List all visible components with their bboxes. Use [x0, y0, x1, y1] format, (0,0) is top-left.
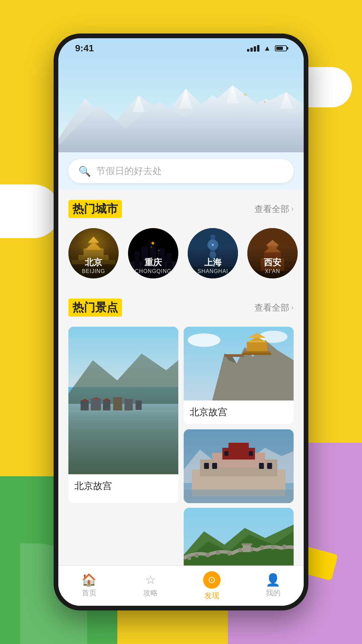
nav-label-guide: 攻略: [143, 588, 158, 598]
svg-rect-67: [249, 341, 265, 342]
attraction-name-palace: 北京故宫: [184, 400, 294, 424]
svg-rect-50: [80, 400, 88, 411]
svg-rect-59: [68, 411, 178, 411]
city-item-shanghai[interactable]: 上海 SHANGHAI: [188, 228, 238, 278]
svg-rect-82: [267, 463, 272, 469]
svg-rect-55: [135, 400, 141, 410]
nav-label-home: 首页: [82, 588, 97, 598]
app-content: ✦ ✦ ✦ 🔍 节假日的好去处 热门城市 查看全部: [58, 58, 304, 606]
svg-rect-98: [283, 545, 286, 549]
cities-scroll[interactable]: 北京 BEIJING: [58, 225, 304, 288]
city-item-xian[interactable]: 西安 XI'AN: [247, 228, 298, 278]
city-circle-beijing: 北京 BEIJING: [68, 228, 119, 278]
palace-svg: [184, 327, 294, 400]
svg-rect-70: [243, 353, 271, 355]
wall-svg: [184, 508, 294, 566]
attraction-img-tibet: [184, 429, 294, 503]
city-label-wrap-beijing: 北京 BEIJING: [68, 247, 119, 278]
svg-rect-85: [184, 490, 294, 503]
city-circle-shanghai: 上海 SHANGHAI: [188, 228, 238, 278]
svg-text:✦: ✦: [243, 92, 248, 98]
svg-point-61: [188, 333, 220, 347]
city-circle-chongqing: 重庆 CHONGQING: [128, 228, 178, 278]
nav-item-guide[interactable]: ☆ 攻略: [130, 574, 171, 598]
svg-rect-52: [103, 400, 110, 411]
attractions-grid: 北京故宫: [58, 323, 304, 513]
wifi-icon: ▲: [263, 44, 271, 53]
section-title-wrap: 热门城市: [68, 200, 122, 218]
tibet-svg: [184, 429, 294, 503]
hot-attractions-view-all[interactable]: 查看全部 ›: [254, 302, 294, 314]
discover-active-dot: ⊙: [203, 571, 221, 589]
svg-rect-91: [206, 553, 209, 557]
status-icons: ▲: [247, 44, 287, 53]
city-item-beijing[interactable]: 北京 BEIJING: [68, 228, 119, 278]
svg-rect-71: [224, 354, 244, 357]
svg-marker-58: [103, 398, 110, 400]
attraction-name-lake: 北京故宫: [68, 474, 178, 498]
city-label-wrap-shanghai: 上海 SHANGHAI: [188, 247, 238, 278]
guide-icon: ☆: [145, 574, 156, 586]
attraction-card-palace[interactable]: 北京故宫: [184, 327, 294, 424]
city-label-wrap-chongqing: 重庆 CHONGQING: [128, 247, 178, 278]
hot-cities-view-all[interactable]: 查看全部 ›: [254, 203, 294, 215]
chevron-right-icon: ›: [291, 205, 294, 213]
status-time: 9:41: [75, 43, 94, 54]
attractions-title-wrap: 热门景点: [68, 299, 122, 317]
svg-rect-94: [239, 548, 242, 552]
svg-rect-54: [125, 399, 133, 411]
bottom-nav: 🏠 首页 ☆ 攻略 ⊙ 发现 👤 我的: [58, 566, 304, 606]
hot-attractions-title: 热门景点: [68, 299, 122, 317]
nav-item-discover[interactable]: ⊙ 发现: [192, 571, 232, 601]
svg-rect-49: [68, 404, 178, 474]
attraction-img-lake: [68, 327, 178, 474]
svg-point-25: [152, 242, 154, 245]
phone-frame: 9:41 ▲: [54, 34, 308, 610]
mine-icon: 👤: [265, 574, 281, 586]
svg-rect-93: [228, 551, 231, 555]
discover-icon: ⊙: [208, 575, 216, 585]
search-bar[interactable]: 🔍 节假日的好去处: [68, 159, 294, 183]
hot-cities-title: 热门城市: [68, 200, 122, 218]
svg-rect-79: [204, 463, 209, 469]
svg-text:✦: ✦: [219, 88, 223, 93]
svg-point-33: [212, 244, 214, 246]
svg-rect-90: [195, 553, 198, 557]
svg-text:✦: ✦: [263, 99, 267, 105]
svg-rect-84: [249, 451, 253, 456]
svg-rect-100: [242, 543, 252, 545]
attraction-card-tibet[interactable]: [184, 429, 294, 503]
svg-rect-78: [229, 443, 249, 451]
svg-marker-57: [91, 397, 102, 399]
mountain-svg: ✦ ✦ ✦: [58, 78, 304, 152]
search-bar-wrap: 🔍 节假日的好去处: [58, 152, 304, 190]
battery-icon: [275, 45, 287, 51]
svg-rect-80: [212, 463, 217, 469]
svg-rect-92: [216, 551, 220, 555]
hot-cities-section: 热门城市 查看全部 ›: [58, 190, 304, 288]
attraction-img-wall: [184, 508, 294, 566]
search-icon: 🔍: [78, 165, 91, 177]
hero-banner: ✦ ✦ ✦: [58, 58, 304, 152]
nav-label-mine: 我的: [266, 588, 281, 598]
attraction-card-lake[interactable]: 北京故宫: [68, 327, 178, 503]
svg-rect-53: [113, 397, 122, 411]
attraction-card-wall[interactable]: [184, 508, 294, 566]
bg-cloud-left: [0, 184, 60, 238]
great-wall-section: [58, 508, 304, 566]
svg-rect-97: [271, 545, 275, 549]
search-placeholder[interactable]: 节假日的好去处: [96, 165, 162, 177]
svg-rect-51: [91, 399, 101, 411]
hot-attractions-section: 热门景点 查看全部 ›: [58, 288, 304, 566]
city-label-wrap-xian: 西安 XI'AN: [247, 247, 298, 278]
nav-item-mine[interactable]: 👤 我的: [253, 574, 293, 598]
main-scroll[interactable]: 热门城市 查看全部 ›: [58, 190, 304, 566]
svg-rect-65: [247, 342, 267, 352]
svg-rect-83: [224, 451, 228, 456]
svg-marker-56: [80, 399, 88, 401]
city-item-chongqing[interactable]: 重庆 CHONGQING: [128, 228, 178, 278]
home-icon: 🏠: [81, 574, 97, 586]
signal-icon: [247, 45, 259, 52]
nav-item-home[interactable]: 🏠 首页: [69, 574, 109, 598]
city-circle-xian: 西安 XI'AN: [247, 228, 298, 278]
